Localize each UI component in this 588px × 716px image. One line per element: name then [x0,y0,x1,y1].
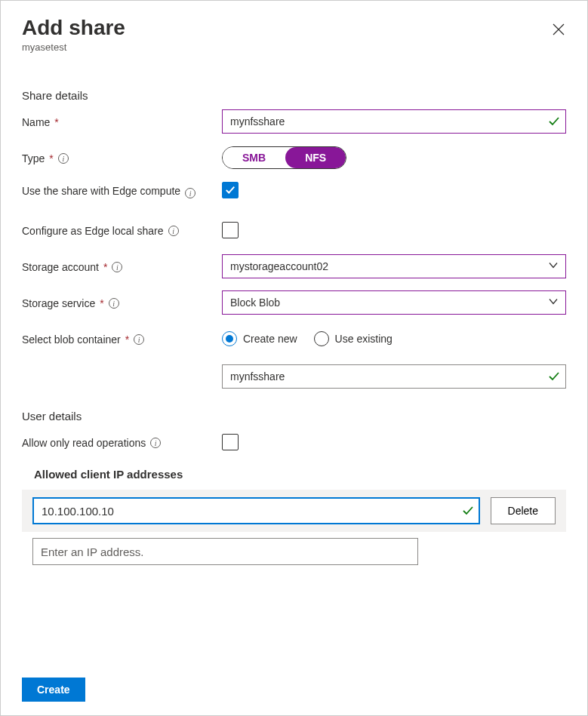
required-indicator: * [103,261,107,273]
storage-account-label: Storage account [22,261,99,273]
readonly-label: Allow only read operations [22,437,146,449]
radio-create-new-label: Create new [243,333,297,345]
close-icon [553,23,565,35]
share-details-heading: Share details [22,89,566,102]
radio-use-existing-label: Use existing [335,333,393,345]
breadcrumb-subtitle: myasetest [22,41,566,53]
info-icon[interactable]: i [109,298,119,309]
info-icon[interactable]: i [150,438,161,448]
type-toggle: SMB NFS [222,146,346,169]
edge-compute-label: Use the share with Edge compute [22,185,180,197]
storage-service-select[interactable] [222,290,566,315]
allowed-ip-heading: Allowed client IP addresses [22,468,566,481]
container-name-input[interactable] [222,364,566,389]
info-icon[interactable]: i [58,153,69,164]
user-details-heading: User details [22,410,566,423]
close-button[interactable] [550,20,568,38]
storage-service-label: Storage service [22,297,95,309]
type-label: Type [22,152,45,164]
info-icon[interactable]: i [185,188,195,198]
radio-use-existing[interactable]: Use existing [314,331,393,346]
radio-icon [314,331,329,346]
required-indicator: * [49,152,53,164]
ip-address-input[interactable] [32,497,480,524]
share-name-input[interactable] [222,109,566,134]
edge-compute-checkbox[interactable] [222,182,239,198]
required-indicator: * [54,116,58,128]
ip-address-new-input[interactable] [32,538,418,565]
container-label: Select blob container [22,333,121,346]
required-indicator: * [125,333,129,346]
type-option-smb[interactable]: SMB [223,147,285,168]
storage-account-select[interactable] [222,254,566,278]
name-label: Name [22,116,50,128]
type-option-nfs[interactable]: NFS [285,147,346,168]
delete-ip-button[interactable]: Delete [491,497,556,524]
edge-local-label: Configure as Edge local share [22,225,164,237]
readonly-checkbox[interactable] [222,434,239,450]
page-title: Add share [22,16,566,40]
info-icon[interactable]: i [168,226,179,236]
edge-local-checkbox[interactable] [222,222,239,238]
create-button[interactable]: Create [22,678,85,702]
radio-icon [222,331,237,346]
info-icon[interactable]: i [112,262,122,272]
radio-create-new[interactable]: Create new [222,331,297,346]
required-indicator: * [100,297,103,309]
info-icon[interactable]: i [134,334,144,345]
